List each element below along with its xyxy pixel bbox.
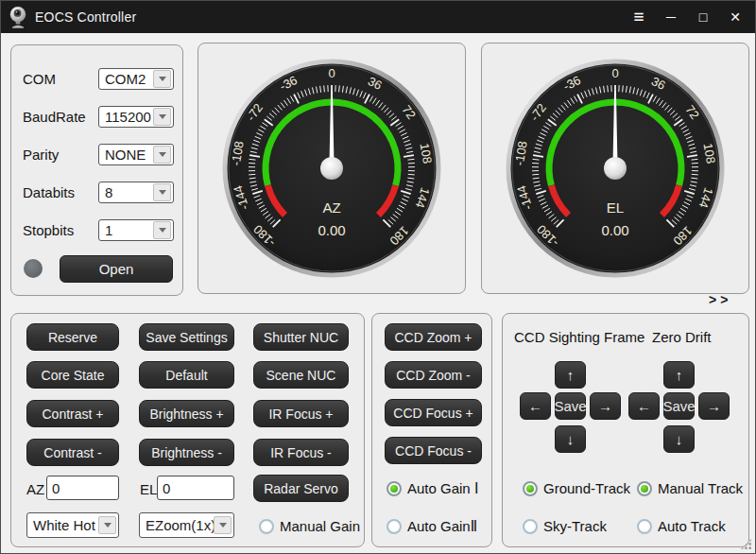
parity-label: Parity xyxy=(23,147,59,163)
radio-icon[interactable] xyxy=(637,519,652,534)
baudrate-row: BaudRate 115200 xyxy=(11,106,182,129)
core-state-button[interactable]: Core State xyxy=(26,361,119,389)
chevron-down-icon[interactable] xyxy=(214,516,232,534)
databits-label: Databits xyxy=(23,184,75,200)
manual-gain-radio[interactable]: Manual Gain xyxy=(259,518,360,534)
baudrate-select[interactable]: 115200 xyxy=(98,106,174,128)
radio-icon[interactable] xyxy=(637,481,652,496)
chevron-down-icon[interactable] xyxy=(153,108,171,126)
az-input[interactable] xyxy=(46,476,119,500)
svg-text:0.00: 0.00 xyxy=(601,222,628,238)
contrast-plus-button[interactable]: Contrast + xyxy=(26,400,119,427)
ccd-focus-plus-button[interactable]: CCD Focus + xyxy=(385,399,482,426)
svg-text:AZ: AZ xyxy=(322,199,340,216)
sighting-right-button[interactable]: → xyxy=(590,392,621,420)
connection-status-led xyxy=(24,259,43,278)
minimize-icon[interactable]: ─ xyxy=(655,1,687,33)
tracking-panel: CCD Sighting Frame Zero Drift ↑ ← Save →… xyxy=(502,313,749,547)
maximize-icon[interactable]: □ xyxy=(687,1,719,33)
ezoom-select[interactable]: EZoom(1x) xyxy=(139,512,234,538)
chevron-down-icon[interactable] xyxy=(98,516,116,534)
chevron-down-icon[interactable] xyxy=(153,221,171,239)
expand-link[interactable]: >> xyxy=(709,292,731,307)
radio-icon[interactable] xyxy=(523,481,538,496)
close-icon[interactable]: ✕ xyxy=(719,1,751,33)
ccd-control-panel: CCD Zoom + CCD Zoom - CCD Focus + CCD Fo… xyxy=(371,313,492,547)
sighting-down-button[interactable]: ↓ xyxy=(555,425,586,453)
com-row: COM COM2 xyxy=(11,68,182,91)
stopbits-select[interactable]: 1 xyxy=(98,219,174,241)
az-gauge-panel: -180-144-108-72-3603672108144180AZ0.00 xyxy=(198,43,466,294)
baudrate-label: BaudRate xyxy=(23,109,86,125)
radio-icon[interactable] xyxy=(259,519,274,534)
radio-icon[interactable] xyxy=(387,481,402,496)
svg-text:0: 0 xyxy=(328,66,335,80)
databits-select[interactable]: 8 xyxy=(98,182,174,203)
stopbits-row: Stopbits 1 xyxy=(11,219,182,242)
az-field-label: AZ xyxy=(26,481,44,497)
drift-right-button[interactable]: → xyxy=(698,392,730,420)
serial-settings-panel: COM COM2 BaudRate 115200 Parity NONE Dat… xyxy=(10,44,183,296)
palette-select[interactable]: White Hot xyxy=(26,512,119,538)
svg-text:EL: EL xyxy=(607,199,624,216)
save-settings-button[interactable]: Save Settings xyxy=(139,323,234,351)
sighting-left-button[interactable]: ← xyxy=(520,392,551,420)
zero-drift-header: Zero Drift xyxy=(652,329,712,345)
drift-save-button[interactable]: Save xyxy=(663,392,695,420)
scene-nuc-button[interactable]: Scene NUC xyxy=(253,361,349,389)
stopbits-label: Stopbits xyxy=(23,222,74,238)
brightness-minus-button[interactable]: Brightness - xyxy=(139,439,234,466)
webcam-icon xyxy=(8,5,28,29)
brightness-plus-button[interactable]: Brightness + xyxy=(139,400,234,427)
sighting-up-button[interactable]: ↑ xyxy=(555,361,586,389)
com-label: COM xyxy=(23,71,56,87)
drift-down-button[interactable]: ↓ xyxy=(663,425,695,453)
el-field-label: EL xyxy=(140,481,157,497)
shutter-nuc-button[interactable]: Shutter NUC xyxy=(253,323,349,351)
radar-servo-button[interactable]: Radar Servo xyxy=(253,475,349,502)
radio-icon[interactable] xyxy=(387,519,402,534)
chevron-down-icon[interactable] xyxy=(153,146,171,164)
parity-select[interactable]: NONE xyxy=(98,144,174,165)
ccd-focus-minus-button[interactable]: CCD Focus - xyxy=(385,437,482,464)
ir-focus-plus-button[interactable]: IR Focus + xyxy=(253,400,349,427)
svg-text:0.00: 0.00 xyxy=(318,222,345,238)
drift-left-button[interactable]: ← xyxy=(628,392,660,420)
window-controls: ≡ ─ □ ✕ xyxy=(623,1,755,33)
sky-track-radio[interactable]: Sky-Track xyxy=(523,518,607,534)
svg-text:0: 0 xyxy=(611,66,618,80)
titlebar: EOCS Controller ≡ ─ □ ✕ xyxy=(1,1,755,33)
auto-gain-2-radio[interactable]: Auto GainⅡ xyxy=(387,518,477,535)
chevron-down-icon[interactable] xyxy=(153,183,171,201)
reserve-button[interactable]: Reserve xyxy=(26,323,119,351)
ccd-zoom-plus-button[interactable]: CCD Zoom + xyxy=(385,323,482,351)
open-button[interactable]: Open xyxy=(60,255,173,283)
ground-track-radio[interactable]: Ground-Track xyxy=(523,480,630,496)
el-input[interactable] xyxy=(157,476,234,500)
sighting-save-button[interactable]: Save xyxy=(555,392,586,420)
chevron-down-icon[interactable] xyxy=(153,70,171,88)
radio-icon[interactable] xyxy=(523,519,538,534)
el-gauge: -180-144-108-72-3603672108144180EL0.00 xyxy=(504,57,727,280)
com-select[interactable]: COM2 xyxy=(98,68,174,90)
databits-row: Databits 8 xyxy=(11,182,182,204)
ccd-sighting-frame-header: CCD Sighting Frame xyxy=(514,329,644,345)
az-gauge: -180-144-108-72-3603672108144180AZ0.00 xyxy=(220,57,443,280)
window-title: EOCS Controller xyxy=(35,9,136,25)
auto-track-radio[interactable]: Auto Track xyxy=(637,518,726,534)
manual-track-radio[interactable]: Manual Track xyxy=(637,480,743,496)
contrast-minus-button[interactable]: Contrast - xyxy=(26,439,119,466)
ir-focus-minus-button[interactable]: IR Focus - xyxy=(253,439,349,466)
ccd-zoom-minus-button[interactable]: CCD Zoom - xyxy=(385,361,482,389)
drift-up-button[interactable]: ↑ xyxy=(663,361,695,389)
ir-control-panel: Reserve Save Settings Shutter NUC Core S… xyxy=(10,313,365,547)
el-gauge-panel: -180-144-108-72-3603672108144180EL0.00 xyxy=(481,43,749,294)
eocs-controller-window: { "titlebar": { "title": "EOCS Controlle… xyxy=(0,0,756,554)
menu-icon[interactable]: ≡ xyxy=(623,1,655,33)
parity-row: Parity NONE xyxy=(11,144,182,166)
auto-gain-1-radio[interactable]: Auto Gain Ⅰ xyxy=(387,480,478,497)
default-button[interactable]: Default xyxy=(139,361,234,389)
